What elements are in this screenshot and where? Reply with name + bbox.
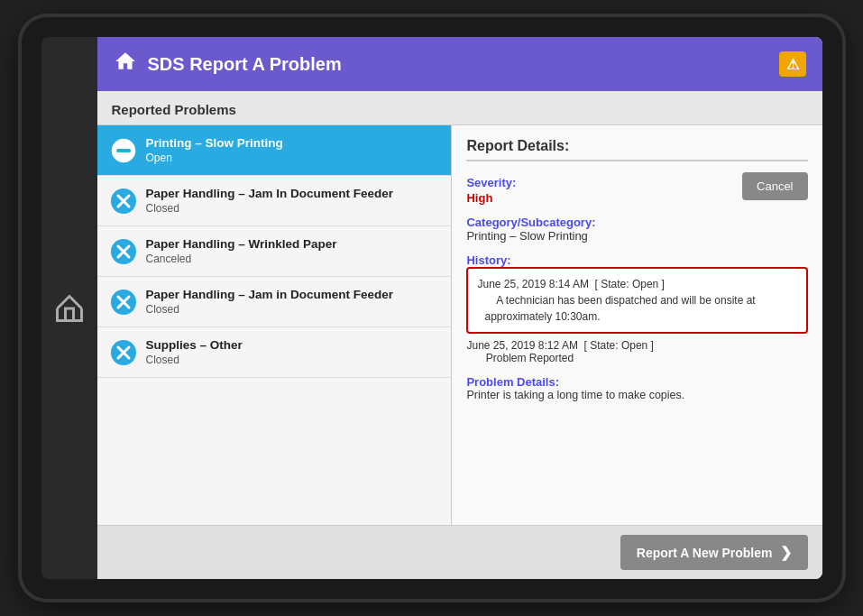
details-panel: Report Details: Severity: High Cancel Ca… xyxy=(452,125,822,525)
device-frame: SDS Report A Problem ⚠ Reported Problems xyxy=(22,17,842,599)
severity-block: Severity: High xyxy=(466,172,516,205)
history-message-0: A technician has been dispatched and wil… xyxy=(477,292,796,325)
problem-text-3: Paper Handling – Jam in Document Feeder … xyxy=(146,288,394,316)
category-value: Printing – Slow Printing xyxy=(466,229,807,243)
footer: Report A New Problem ❯ xyxy=(97,525,822,579)
problem-text-0: Printing – Slow Printing Open xyxy=(146,136,283,164)
problem-status-2: Canceled xyxy=(146,253,337,265)
problem-details-value: Printer is taking a long time to make co… xyxy=(466,389,807,401)
body: Reported Problems Printing – Slow Printi… xyxy=(97,91,822,525)
problem-item-3[interactable]: Paper Handling – Jam in Document Feeder … xyxy=(97,277,452,327)
history-timestamp-0: June 25, 2019 8:14 AM [ State: Open ] xyxy=(477,276,796,292)
problem-title-3: Paper Handling – Jam in Document Feeder xyxy=(146,288,394,301)
severity-cancel-row: Severity: High Cancel xyxy=(466,172,807,205)
report-new-problem-button[interactable]: Report A New Problem ❯ xyxy=(620,535,808,570)
category-block: Category/Subcategory: Printing – Slow Pr… xyxy=(466,212,807,243)
history-label: History: xyxy=(466,253,807,267)
problem-status-4: Closed xyxy=(146,354,243,366)
problem-title-4: Supplies – Other xyxy=(146,338,243,352)
history-entry-1: June 25, 2019 8:12 AM [ State: Open ] Pr… xyxy=(466,339,807,364)
severity-label: Severity: xyxy=(466,176,516,189)
report-button-label: Report A New Problem xyxy=(637,546,773,560)
header: SDS Report A Problem ⚠ xyxy=(97,37,822,91)
problem-title-2: Paper Handling – Wrinkled Paper xyxy=(146,237,337,251)
history-timestamp-1: June 25, 2019 8:12 AM [ State: Open ] xyxy=(466,339,807,352)
details-header: Report Details: xyxy=(466,138,807,161)
problem-details-block: Problem Details: Printer is taking a lon… xyxy=(466,372,807,401)
problem-details-label: Problem Details: xyxy=(466,375,807,389)
problem-title-0: Printing – Slow Printing xyxy=(146,136,283,150)
svg-rect-1 xyxy=(116,149,131,152)
category-label: Category/Subcategory: xyxy=(466,216,807,229)
problem-status-3: Closed xyxy=(146,303,394,316)
problem-status-1: Closed xyxy=(146,202,394,215)
history-message-1: Problem Reported xyxy=(466,352,807,364)
problem-item-4[interactable]: Supplies – Other Closed xyxy=(97,327,452,378)
problem-title-1: Paper Handling – Jam In Document Feeder xyxy=(146,187,394,200)
problem-status-0: Open xyxy=(146,152,283,164)
x-icon-2 xyxy=(110,238,137,265)
x-icon-4 xyxy=(110,339,137,366)
section-header: Reported Problems xyxy=(97,91,822,125)
history-highlighted-entry: June 25, 2019 8:14 AM [ State: Open ] A … xyxy=(466,267,807,334)
minus-icon-0 xyxy=(110,137,137,164)
report-button-arrow-icon: ❯ xyxy=(780,544,792,561)
header-home-icon xyxy=(114,50,137,78)
problem-item-1[interactable]: Paper Handling – Jam In Document Feeder … xyxy=(97,176,452,226)
x-icon-3 xyxy=(110,289,137,316)
severity-value: High xyxy=(466,191,516,205)
header-title: SDS Report A Problem xyxy=(148,54,342,75)
warning-icon: ⚠ xyxy=(779,51,806,77)
problems-list: Printing – Slow Printing Open Paper Hand… xyxy=(97,125,453,525)
cancel-button[interactable]: Cancel xyxy=(742,172,807,200)
sidebar-home-icon xyxy=(53,292,86,325)
content-area: Printing – Slow Printing Open Paper Hand… xyxy=(97,125,822,525)
problem-item-2[interactable]: Paper Handling – Wrinkled Paper Canceled xyxy=(97,226,452,277)
problem-item-0[interactable]: Printing – Slow Printing Open xyxy=(97,125,452,176)
problem-text-2: Paper Handling – Wrinkled Paper Canceled xyxy=(146,237,337,265)
sidebar xyxy=(41,37,97,579)
problem-text-1: Paper Handling – Jam In Document Feeder … xyxy=(146,187,394,215)
history-block: History: June 25, 2019 8:14 AM [ State: … xyxy=(466,250,807,364)
header-left: SDS Report A Problem xyxy=(114,50,342,78)
x-icon-1 xyxy=(110,188,137,215)
main-content: SDS Report A Problem ⚠ Reported Problems xyxy=(97,37,822,579)
problem-text-4: Supplies – Other Closed xyxy=(146,338,243,366)
